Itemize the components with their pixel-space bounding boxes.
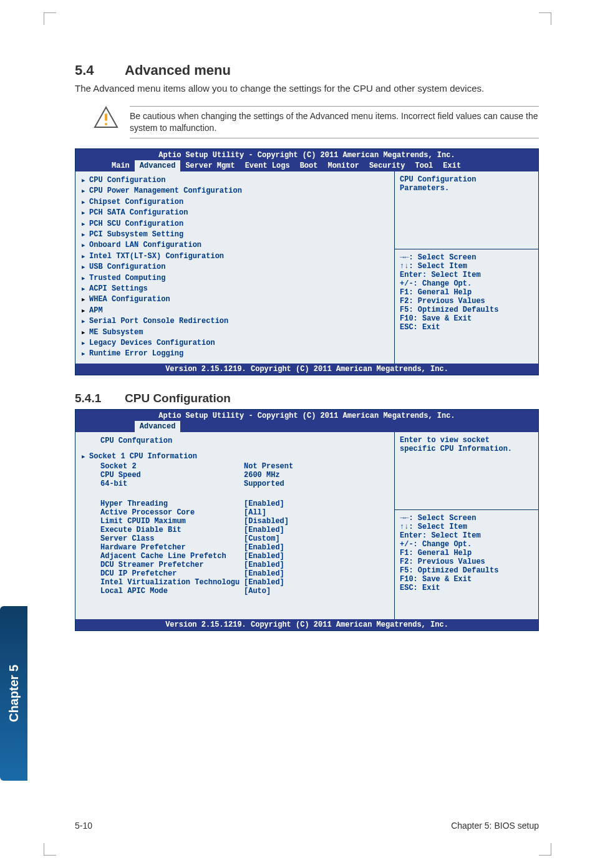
bios-settings-list: CPU Confquration Socket 1 CPU Informatio… xyxy=(75,432,395,619)
help-key: F5: Optimized Defaults xyxy=(400,306,533,314)
tab-security: Security xyxy=(364,160,410,171)
bios-screen-advanced: Aptio Setup Utility - Copyright (C) 2011… xyxy=(75,148,539,375)
help-key: F10: Save & Exit xyxy=(400,575,533,584)
section-heading: 5.4Advanced menu xyxy=(75,62,539,79)
menu-label: APM xyxy=(89,306,103,316)
info-key: 64-bit xyxy=(82,480,244,488)
page-content: 5.4Advanced menu The Advanced menu items… xyxy=(0,0,595,678)
menu-label: PCI Subsystem Setting xyxy=(89,229,183,240)
help-key: ↑↓: Select Item xyxy=(400,262,533,271)
menu-label: USB Configuration xyxy=(89,262,165,272)
help-line: CPU Configuration xyxy=(400,175,533,184)
menu-item: ACPI Settings xyxy=(82,284,388,294)
menu-label: WHEA Configuration xyxy=(89,294,170,305)
crop-mark xyxy=(539,843,551,856)
info-row: CPU Speed2600 MHz xyxy=(82,471,388,480)
option-key: DCU IP Prefetcher xyxy=(82,569,244,578)
panel-title: CPU Confquration xyxy=(82,436,388,446)
help-key: +/-: Change Opt. xyxy=(400,279,533,288)
option-row: DCU Streamer Prefetcher[Enabled] xyxy=(82,561,388,569)
menu-item: WHEA Configuration xyxy=(82,294,388,305)
option-row: Local APIC Mode[Auto] xyxy=(82,587,388,596)
triangle-icon xyxy=(82,197,89,208)
triangle-icon xyxy=(82,316,89,327)
info-value: Supported xyxy=(244,480,284,488)
subsection-title: CPU Configuration xyxy=(125,392,231,405)
menu-label: CPU Configuration xyxy=(89,175,165,186)
svg-point-2 xyxy=(105,123,107,125)
option-row: Active Processor Core[All] xyxy=(82,508,388,517)
triangle-icon xyxy=(82,284,89,294)
tab-boot: Boot xyxy=(295,160,323,171)
menu-label: Trusted Computing xyxy=(89,273,165,284)
tab-main: Main xyxy=(107,160,135,171)
tab-event-logs: Event Logs xyxy=(240,160,295,171)
info-row: Socket 2Not Present xyxy=(82,462,388,471)
option-key: Local APIC Mode xyxy=(82,587,244,596)
caution-text: Be cautious when changing the settings o… xyxy=(130,106,539,138)
triangle-icon xyxy=(82,240,89,251)
option-key: Intel Virtualization Technologu xyxy=(82,578,244,587)
tab-monitor: Monitor xyxy=(322,160,364,171)
info-value: 2600 MHz xyxy=(244,471,280,480)
bios-header-title: Aptio Setup Utility - Copyright (C) 2011… xyxy=(75,411,538,421)
page-footer: 5-10 Chapter 5: BIOS setup xyxy=(75,821,539,831)
divider xyxy=(395,249,538,249)
triangle-icon xyxy=(82,294,89,305)
option-row: Server Class[Custom] xyxy=(82,534,388,543)
option-row: Execute Diable Bit[Enabled] xyxy=(82,526,388,534)
help-key: Enter: Select Item xyxy=(400,531,533,540)
help-key: →←: Select Screen xyxy=(400,514,533,523)
section-intro: The Advanced menu items allow you to cha… xyxy=(75,82,539,95)
help-key: F5: Optimized Defaults xyxy=(400,566,533,575)
option-value: [Enabled] xyxy=(244,569,284,578)
divider xyxy=(395,509,538,510)
info-row: 64-bitSupported xyxy=(82,480,388,488)
option-value: [Custom] xyxy=(244,534,280,543)
triangle-icon xyxy=(82,327,89,338)
tab-advanced: Advanced xyxy=(135,421,181,432)
menu-label: PCH SATA Configuration xyxy=(89,208,188,218)
tab-advanced: Advanced xyxy=(135,160,181,171)
help-key: F1: General Help xyxy=(400,288,533,297)
option-row: Limit CPUID Maximum[Disabled] xyxy=(82,517,388,526)
help-line: Enter to view socket xyxy=(400,436,533,445)
crop-mark xyxy=(539,12,551,25)
bios-tabs: Main Advanced xyxy=(75,421,538,432)
bios-tabs: Main Advanced Server Mgmt Event Logs Boo… xyxy=(75,160,538,171)
option-key: Execute Diable Bit xyxy=(82,526,244,534)
triangle-icon xyxy=(82,349,89,359)
help-key: ↑↓: Select Item xyxy=(400,523,533,531)
triangle-icon xyxy=(82,262,89,272)
menu-label: Onboard LAN Configuration xyxy=(89,240,201,251)
info-key: CPU Speed xyxy=(82,471,244,480)
triangle-icon xyxy=(82,186,89,196)
bios-screen-cpu-config: Aptio Setup Utility - Copyright (C) 2011… xyxy=(75,409,539,631)
menu-label: Chipset Configuration xyxy=(89,197,183,208)
menu-item: PCI Subsystem Setting xyxy=(82,229,388,240)
option-value: [Enabled] xyxy=(244,526,284,534)
svg-rect-1 xyxy=(105,113,107,121)
triangle-icon xyxy=(82,208,89,218)
option-key: Server Class xyxy=(82,534,244,543)
bios-body: CPU Configuration CPU Power Management C… xyxy=(75,171,538,364)
help-key: ESC: Exit xyxy=(400,584,533,592)
chapter-side-tab: Chapter 5 xyxy=(0,606,27,781)
menu-label: ACPI Settings xyxy=(89,284,148,294)
bios-footer: Version 2.15.1219. Copyright (C) 2011 Am… xyxy=(75,364,538,375)
menu-item: Legacy Devices Configuration xyxy=(82,338,388,349)
menu-label: Intel TXT(LT-SX) Configuration xyxy=(89,251,224,262)
triangle-icon xyxy=(82,306,89,316)
menu-item: APM xyxy=(82,306,388,316)
menu-label: CPU Power Management Configuration xyxy=(89,186,242,196)
crop-mark xyxy=(44,843,56,856)
triangle-icon xyxy=(82,338,89,349)
menu-item: CPU Configuration xyxy=(82,175,388,186)
option-row: Adjacent Cache Line Prefetch[Enabled] xyxy=(82,552,388,561)
triangle-icon xyxy=(82,273,89,284)
triangle-icon xyxy=(82,175,89,186)
caution-note: Be cautious when changing the settings o… xyxy=(94,106,539,138)
bios-help-panel: Enter to view socket specific CPU Inform… xyxy=(395,432,538,619)
menu-item: Onboard LAN Configuration xyxy=(82,240,388,251)
triangle-icon xyxy=(82,251,89,262)
